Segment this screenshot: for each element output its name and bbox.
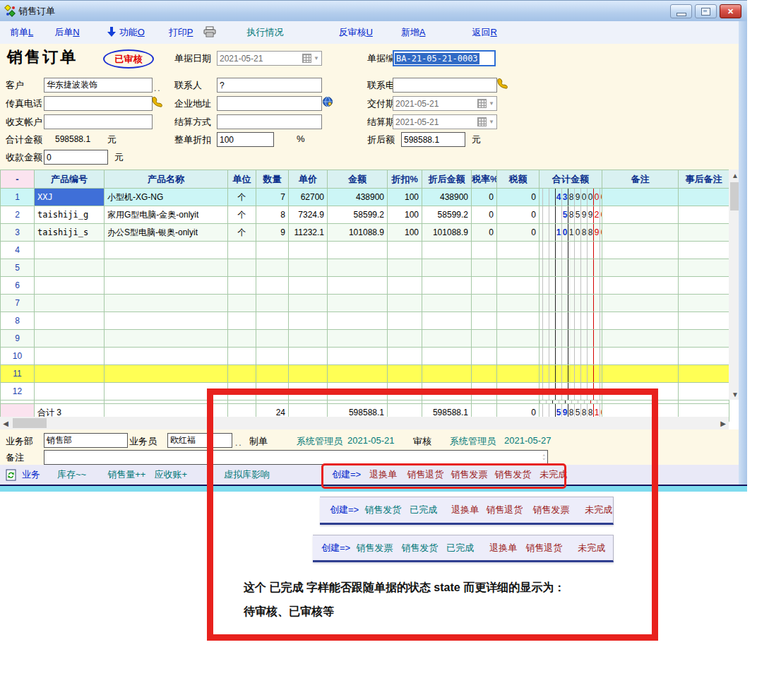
scroll-left-icon[interactable]: ◀ (0, 417, 11, 429)
table-cell[interactable] (35, 312, 105, 330)
cell-total-grid[interactable] (540, 259, 602, 277)
table-cell[interactable]: 101088.9 (328, 224, 388, 242)
column-header-0[interactable]: - (1, 170, 35, 189)
statusbar-link-6[interactable]: 退换单 (369, 468, 397, 481)
toolbar-prev-button[interactable]: 前单L (10, 26, 33, 39)
table-cell[interactable] (422, 348, 472, 365)
table-cell[interactable]: 100 (388, 206, 422, 224)
column-header-10[interactable]: 税额 (497, 170, 540, 189)
table-cell[interactable]: 个 (228, 224, 256, 242)
table-cell[interactable] (228, 259, 256, 277)
strip-1-link-4[interactable]: 退换单 (489, 542, 517, 554)
statusbar-link-7[interactable]: 销售退货 (407, 468, 443, 481)
chevron-down-icon[interactable]: ▼ (489, 100, 494, 107)
table-cell[interactable] (497, 330, 540, 348)
table-cell[interactable] (105, 295, 228, 312)
table-cell[interactable] (472, 330, 497, 348)
table-cell[interactable] (422, 330, 472, 348)
dept-input[interactable]: 销售部 (44, 433, 128, 448)
table-cell[interactable] (256, 242, 289, 259)
table-cell[interactable] (388, 312, 422, 330)
column-header-2[interactable]: 产品名称 (105, 170, 228, 189)
table-cell[interactable]: 438900 (328, 189, 388, 206)
statusbar-link-1[interactable]: 库存~~ (57, 468, 86, 481)
table-cell[interactable] (388, 277, 422, 295)
strip-0-link-0[interactable]: 创建=> (330, 504, 359, 516)
scroll-right-icon[interactable]: ▶ (717, 417, 729, 429)
table-cell[interactable]: 0 (472, 206, 497, 224)
table-cell[interactable] (602, 206, 679, 224)
cell-total-grid[interactable]: 10108890 (540, 224, 602, 242)
table-cell[interactable] (602, 224, 679, 242)
table-cell[interactable]: 小型机-XG-NG (105, 189, 228, 206)
table-cell[interactable] (289, 365, 328, 383)
table-cell[interactable]: taishiji_g (35, 206, 105, 224)
table-cell[interactable] (497, 365, 540, 383)
statusbar-link-4[interactable]: 虚拟库影响 (224, 468, 270, 481)
table-cell[interactable] (602, 189, 679, 206)
strip-1-link-1[interactable]: 销售发票 (356, 542, 393, 554)
table-cell[interactable] (679, 206, 729, 224)
table-cell[interactable] (602, 330, 679, 348)
table-cell[interactable] (679, 242, 729, 259)
table-cell[interactable] (679, 224, 729, 242)
chevron-down-icon[interactable]: ▼ (489, 119, 494, 125)
table-cell[interactable] (228, 348, 256, 365)
table-cell[interactable] (105, 330, 228, 348)
table-cell[interactable]: 5 (1, 259, 35, 277)
column-header-6[interactable]: 金额 (328, 170, 388, 189)
table-cell[interactable] (35, 242, 105, 259)
table-cell[interactable] (256, 330, 289, 348)
table-cell[interactable] (472, 242, 497, 259)
toolbar-back-button[interactable]: 返回R (472, 26, 496, 39)
table-cell[interactable] (228, 365, 256, 383)
strip-0-link-3[interactable]: 退换单 (451, 504, 479, 516)
strip-1-link-2[interactable]: 销售发货 (401, 542, 438, 554)
delivery-term-input[interactable]: 2021-05-21 ▼ (393, 96, 497, 111)
table-cell[interactable]: 101088.9 (422, 224, 472, 242)
strip-1-link-3[interactable]: 已完成 (446, 542, 474, 554)
address-input[interactable] (217, 96, 322, 111)
table-cell[interactable] (35, 295, 105, 312)
table-cell[interactable] (328, 383, 388, 401)
table-cell[interactable] (472, 383, 497, 401)
toolbar-print-button[interactable]: 打印P (169, 26, 193, 39)
table-cell[interactable] (35, 277, 105, 295)
table-cell[interactable] (105, 365, 228, 383)
table-cell[interactable] (472, 312, 497, 330)
table-cell[interactable] (422, 383, 472, 401)
table-cell[interactable]: 1 (1, 189, 35, 206)
strip-0-link-4[interactable]: 销售退货 (486, 504, 523, 516)
table-cell[interactable] (679, 189, 729, 206)
customer-input[interactable]: 华东捷波装饰 (44, 78, 153, 93)
table-cell[interactable] (422, 277, 472, 295)
table-cell[interactable] (289, 312, 328, 330)
strip-1-link-5[interactable]: 销售退货 (525, 542, 562, 554)
contact-input[interactable]: ? (217, 78, 322, 93)
table-cell[interactable] (256, 312, 289, 330)
table-cell[interactable]: 58599.2 (422, 206, 472, 224)
chevron-down-icon[interactable]: ▼ (314, 55, 319, 61)
table-cell[interactable] (228, 277, 256, 295)
fax-input[interactable] (44, 96, 153, 111)
cell-total-grid[interactable] (540, 277, 602, 295)
strip-0-link-5[interactable]: 销售发票 (532, 504, 569, 516)
table-cell[interactable] (497, 259, 540, 277)
table-cell[interactable] (472, 259, 497, 277)
table-cell[interactable]: 0 (472, 224, 497, 242)
table-cell[interactable] (289, 330, 328, 348)
doc-no-input[interactable]: BA-21-05-21-0003 (393, 50, 496, 66)
table-cell[interactable] (228, 295, 256, 312)
table-cell[interactable]: 6 (1, 277, 35, 295)
table-cell[interactable] (256, 348, 289, 365)
statusbar-link-8[interactable]: 销售发票 (451, 468, 487, 481)
cell-total-grid[interactable]: 43890000 (540, 189, 602, 206)
cell-total-grid[interactable] (540, 365, 602, 383)
table-cell[interactable] (328, 277, 388, 295)
globe-icon[interactable] (322, 96, 333, 107)
table-cell[interactable] (388, 330, 422, 348)
table-cell[interactable] (228, 242, 256, 259)
table-cell[interactable] (472, 365, 497, 383)
table-cell[interactable] (602, 259, 679, 277)
note-input[interactable]: ˄˅ (44, 450, 548, 465)
